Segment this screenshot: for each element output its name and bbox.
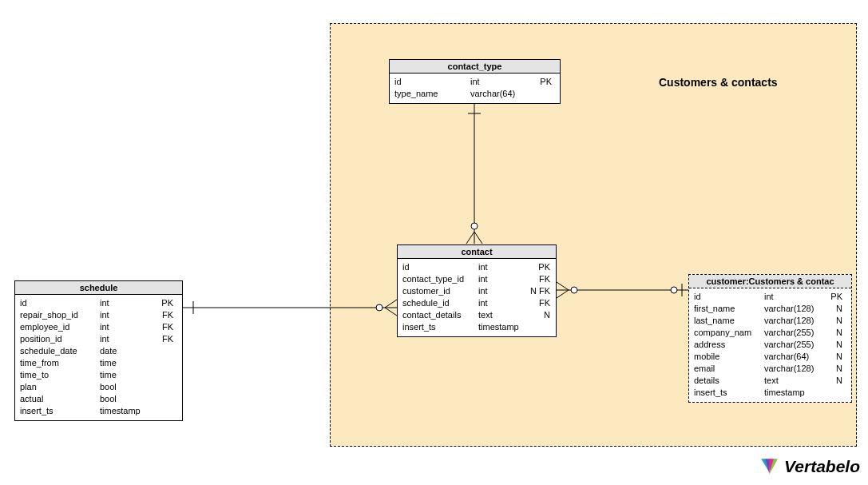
attr-type: int bbox=[478, 261, 526, 273]
attr-name: position_id bbox=[20, 333, 100, 345]
attr-row: planbool bbox=[20, 381, 177, 393]
attr-name: id bbox=[402, 261, 478, 273]
attr-name: time_to bbox=[20, 369, 100, 381]
attr-row: type_namevarchar(64) bbox=[394, 88, 555, 100]
attr-flag bbox=[828, 387, 842, 399]
entity-customer-header: customer:Customers & contac bbox=[689, 275, 851, 288]
attr-type: timestamp bbox=[478, 321, 526, 333]
attr-type: int bbox=[100, 309, 156, 321]
attr-name: company_nam bbox=[694, 327, 764, 339]
attr-row: detailstextN bbox=[694, 375, 846, 387]
attr-type: bool bbox=[100, 381, 156, 393]
attr-type: varchar(128) bbox=[764, 303, 828, 315]
entity-contact-body: idintPKcontact_type_idintFKcustomer_idin… bbox=[398, 259, 556, 336]
entity-contact-type-body: idintPKtype_namevarchar(64) bbox=[390, 74, 560, 103]
attr-type: int bbox=[478, 285, 526, 297]
attr-row: addressvarchar(255)N bbox=[694, 339, 846, 351]
attr-name: insert_ts bbox=[20, 405, 100, 417]
attr-flag: PK bbox=[534, 76, 552, 88]
attr-name: first_name bbox=[694, 303, 764, 315]
attr-type: bool bbox=[100, 393, 156, 405]
attr-type: int bbox=[100, 333, 156, 345]
entity-schedule-body: idintPKrepair_shop_idintFKemployee_idint… bbox=[15, 295, 182, 420]
attr-flag bbox=[156, 345, 173, 357]
attr-type: date bbox=[100, 345, 156, 357]
attr-name: repair_shop_id bbox=[20, 309, 100, 321]
attr-name: mobile bbox=[694, 351, 764, 363]
attr-flag bbox=[156, 369, 173, 381]
attr-name: plan bbox=[20, 381, 100, 393]
attr-flag: PK bbox=[526, 261, 550, 273]
attr-name: id bbox=[694, 291, 764, 303]
attr-row: idintPK bbox=[394, 76, 555, 88]
attr-type: timestamp bbox=[100, 405, 156, 417]
entity-contact-header: contact bbox=[398, 245, 556, 259]
attr-row: insert_tstimestamp bbox=[20, 405, 177, 417]
attr-flag: N bbox=[828, 315, 842, 327]
attr-row: last_namevarchar(128)N bbox=[694, 315, 846, 327]
diagram-canvas: Customers & contacts bbox=[0, 0, 868, 485]
attr-row: insert_tstimestamp bbox=[402, 321, 551, 333]
attr-row: time_totime bbox=[20, 369, 177, 381]
attr-name: time_from bbox=[20, 357, 100, 369]
attr-type: varchar(128) bbox=[764, 363, 828, 375]
attr-name: employee_id bbox=[20, 321, 100, 333]
attr-type: varchar(255) bbox=[764, 339, 828, 351]
attr-row: idintPK bbox=[20, 297, 177, 309]
attr-row: mobilevarchar(64)N bbox=[694, 351, 846, 363]
attr-name: id bbox=[20, 297, 100, 309]
attr-row: employee_idintFK bbox=[20, 321, 177, 333]
attr-name: contact_details bbox=[402, 309, 478, 321]
attr-flag: N bbox=[526, 309, 550, 321]
attr-name: contact_type_id bbox=[402, 273, 478, 285]
attr-type: int bbox=[470, 76, 534, 88]
attr-name: schedule_date bbox=[20, 345, 100, 357]
attr-row: idintPK bbox=[694, 291, 846, 303]
attr-type: varchar(128) bbox=[764, 315, 828, 327]
attr-name: customer_id bbox=[402, 285, 478, 297]
entity-schedule: schedule idintPKrepair_shop_idintFKemplo… bbox=[14, 280, 183, 421]
attr-flag: FK bbox=[526, 297, 550, 309]
attr-name: schedule_id bbox=[402, 297, 478, 309]
attr-flag bbox=[156, 393, 173, 405]
vertabelo-logo: Vertabelo bbox=[759, 456, 860, 477]
attr-flag: N bbox=[828, 327, 842, 339]
attr-name: address bbox=[694, 339, 764, 351]
attr-flag: FK bbox=[156, 333, 173, 345]
attr-flag bbox=[534, 88, 552, 100]
subject-area-title: Customers & contacts bbox=[659, 76, 778, 89]
attr-row: customer_idintN FK bbox=[402, 285, 551, 297]
attr-flag: N FK bbox=[526, 285, 550, 297]
attr-row: contact_type_idintFK bbox=[402, 273, 551, 285]
attr-name: last_name bbox=[694, 315, 764, 327]
attr-type: varchar(64) bbox=[470, 88, 534, 100]
attr-type: text bbox=[478, 309, 526, 321]
attr-row: actualbool bbox=[20, 393, 177, 405]
attr-flag bbox=[156, 405, 173, 417]
attr-type: int bbox=[100, 297, 156, 309]
attr-name: id bbox=[394, 76, 470, 88]
attr-flag: FK bbox=[156, 309, 173, 321]
attr-type: int bbox=[478, 273, 526, 285]
attr-type: varchar(255) bbox=[764, 327, 828, 339]
entity-customer-body: idintPKfirst_namevarchar(128)Nlast_namev… bbox=[689, 288, 851, 402]
attr-flag bbox=[526, 321, 550, 333]
attr-row: first_namevarchar(128)N bbox=[694, 303, 846, 315]
attr-row: time_fromtime bbox=[20, 357, 177, 369]
attr-flag: FK bbox=[156, 321, 173, 333]
attr-type: timestamp bbox=[764, 387, 828, 399]
attr-flag: N bbox=[828, 351, 842, 363]
entity-contact-type-header: contact_type bbox=[390, 60, 560, 74]
vertabelo-logo-text: Vertabelo bbox=[784, 457, 860, 476]
attr-flag: N bbox=[828, 375, 842, 387]
attr-flag: FK bbox=[526, 273, 550, 285]
attr-type: varchar(64) bbox=[764, 351, 828, 363]
attr-type: int bbox=[764, 291, 828, 303]
entity-contact: contact idintPKcontact_type_idintFKcusto… bbox=[397, 244, 557, 337]
attr-flag: N bbox=[828, 339, 842, 351]
attr-row: emailvarchar(128)N bbox=[694, 363, 846, 375]
attr-type: int bbox=[478, 297, 526, 309]
attr-name: insert_ts bbox=[694, 387, 764, 399]
attr-row: repair_shop_idintFK bbox=[20, 309, 177, 321]
attr-flag: N bbox=[828, 303, 842, 315]
